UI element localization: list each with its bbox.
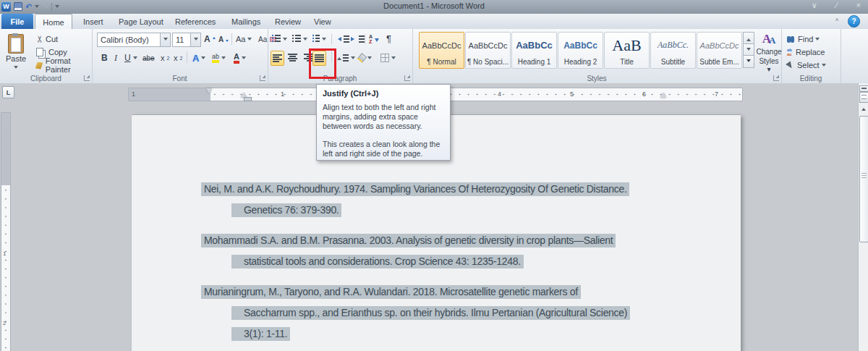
document-line[interactable]: 3(1): 1-11. xyxy=(231,326,290,342)
grow-font-button[interactable]: A xyxy=(203,33,217,46)
tab-mailings[interactable]: Mailings xyxy=(223,14,269,29)
format-painter-button[interactable]: Format Painter xyxy=(35,59,92,71)
tab-references[interactable]: References xyxy=(166,14,224,29)
change-case-button[interactable]: Aa xyxy=(234,33,253,46)
replace-button[interactable]: ab ac Replace xyxy=(786,46,826,58)
vertical-ruler[interactable]: 1 2 xyxy=(1,112,11,351)
styles-dialog-launcher[interactable] xyxy=(773,75,779,81)
shading-button[interactable] xyxy=(357,51,373,64)
document-line[interactable]: Mohammadi S.A. and B.M. Prasanna. 2003. … xyxy=(201,233,616,248)
text-effects-icon: A xyxy=(192,53,199,64)
increase-indent-button[interactable] xyxy=(349,33,366,45)
vertical-scrollbar[interactable] xyxy=(858,83,868,351)
close-button[interactable]: × xyxy=(856,1,861,10)
font-family-value: Calibri (Body) xyxy=(98,35,160,44)
view-ruler-toggle-button[interactable] xyxy=(859,92,868,103)
font-family-combo[interactable]: Calibri (Body) xyxy=(97,33,171,47)
font-family-dropdown-icon[interactable] xyxy=(160,33,170,46)
restore-button[interactable]: ∕ xyxy=(836,1,838,10)
style-heading-1[interactable]: AaBbCc Heading 1 xyxy=(511,32,557,69)
line-spacing-button[interactable] xyxy=(336,51,357,64)
bold-button[interactable]: B xyxy=(100,51,109,65)
bullets-dropdown-icon xyxy=(283,38,287,43)
font-size-combo[interactable]: 11 xyxy=(172,33,201,47)
right-indent-marker[interactable] xyxy=(660,93,666,98)
document-line[interactable]: Genetics 76: 379-390. xyxy=(231,203,341,218)
underline-dropdown-icon xyxy=(133,56,137,62)
style-subtle-emphasis[interactable]: AaBbCcDc Subtle Em... xyxy=(697,32,742,69)
select-button[interactable]: Select xyxy=(786,59,827,71)
tab-review[interactable]: Review xyxy=(266,14,310,29)
align-left-button[interactable] xyxy=(271,51,284,66)
tab-file[interactable]: File xyxy=(1,14,33,29)
borders-dropdown-icon xyxy=(391,56,396,62)
borders-button[interactable] xyxy=(379,51,397,64)
document-line[interactable]: Murianingrum, M., Taryono, and R.A. Wula… xyxy=(201,284,581,300)
style-label: Subtle Em... xyxy=(699,58,739,68)
change-styles-button[interactable]: AA Change Styles ▾ xyxy=(757,32,781,72)
text-highlight-button[interactable]: ab xyxy=(210,51,227,65)
cut-icon: ✂ xyxy=(35,35,45,43)
scrollbar-thumb[interactable] xyxy=(859,116,868,242)
italic-button[interactable]: I xyxy=(113,51,119,65)
shading-dropdown-icon xyxy=(367,56,372,62)
font-size-dropdown-icon[interactable] xyxy=(190,33,200,46)
text-effects-dropdown-icon xyxy=(201,56,205,62)
multilevel-list-button[interactable] xyxy=(311,33,328,45)
style-normal[interactable]: AaBbCcDc ¶ Normal xyxy=(419,32,464,69)
ruler-number: 2 xyxy=(3,320,6,326)
first-line-indent-marker[interactable] xyxy=(206,88,212,93)
format-painter-label: Format Painter xyxy=(46,56,90,74)
document-line[interactable]: statistical tools and considerations. Cr… xyxy=(231,254,524,269)
underline-button[interactable]: U xyxy=(123,51,139,65)
window-title: Document1 - Microsoft Word xyxy=(0,1,868,10)
subscript-digit: 2 xyxy=(167,56,170,61)
tab-page-layout[interactable]: Page Layout xyxy=(110,14,172,29)
align-center-button[interactable] xyxy=(286,51,299,64)
split-window-button[interactable] xyxy=(859,85,868,92)
show-hide-pilcrow-button[interactable]: ¶ xyxy=(385,32,393,45)
paste-button[interactable]: Paste xyxy=(4,32,27,72)
group-font: Calibri (Body) 11 A A Aa Aa xyxy=(92,29,268,83)
find-button[interactable]: Find xyxy=(786,33,821,45)
clipboard-dialog-launcher[interactable] xyxy=(84,75,90,81)
style-heading-2[interactable]: AaBbCc Heading 2 xyxy=(558,32,603,69)
format-painter-icon xyxy=(35,62,43,69)
superscript-button[interactable]: x2 xyxy=(172,51,184,65)
style-subtitle[interactable]: AaBbCc. Subtitle xyxy=(650,32,696,69)
document-line[interactable]: Nei, M. and A.K. Roychoudhury. 1974. Sam… xyxy=(201,182,629,197)
scroll-up-button[interactable] xyxy=(859,103,868,113)
bullets-button[interactable] xyxy=(271,33,289,45)
help-button[interactable]: ? xyxy=(848,15,860,28)
tab-insert[interactable]: Insert xyxy=(75,14,112,29)
sort-button[interactable]: AZ xyxy=(367,33,380,46)
select-label: Select xyxy=(797,61,820,69)
decrease-indent-button[interactable] xyxy=(334,33,351,45)
collapse-ribbon-icon[interactable]: ^ xyxy=(835,17,838,25)
find-label: Find xyxy=(798,35,813,43)
styles-gallery-more-button[interactable] xyxy=(743,55,754,68)
shrink-font-arrow-icon xyxy=(226,40,229,43)
cut-button[interactable]: ✂ Cut xyxy=(35,33,59,45)
tab-home[interactable]: Home xyxy=(35,14,72,30)
numbering-button[interactable] xyxy=(291,33,309,45)
replace-icon: ab ac xyxy=(787,48,792,56)
group-editing: Find ab ac Replace Select Editing xyxy=(781,29,841,83)
style-title[interactable]: AaB Title xyxy=(604,32,650,69)
highlight-icon: ab xyxy=(212,53,219,63)
style-no-spacing[interactable]: AaBbCcDc ¶ No Spaci... xyxy=(465,32,511,69)
tab-stop-selector[interactable]: L xyxy=(2,86,14,98)
subscript-button[interactable]: x2 xyxy=(159,51,171,65)
strikethrough-button[interactable]: abe xyxy=(141,51,156,65)
ruler-number: 1 xyxy=(281,90,284,98)
shrink-font-button[interactable]: A xyxy=(217,33,230,46)
document-line[interactable]: Saccharrum spp., and Erianthus sp. on th… xyxy=(231,305,630,321)
text-effects-button[interactable]: A xyxy=(191,51,207,65)
tab-view[interactable]: View xyxy=(305,14,340,29)
font-dialog-launcher[interactable] xyxy=(260,75,265,81)
replace-label: Replace xyxy=(796,48,825,56)
minimize-button[interactable]: ∨ xyxy=(812,1,817,10)
font-color-button[interactable]: A xyxy=(232,51,247,65)
paragraph-dialog-launcher[interactable] xyxy=(404,75,410,81)
left-indent-marker[interactable] xyxy=(244,97,252,101)
